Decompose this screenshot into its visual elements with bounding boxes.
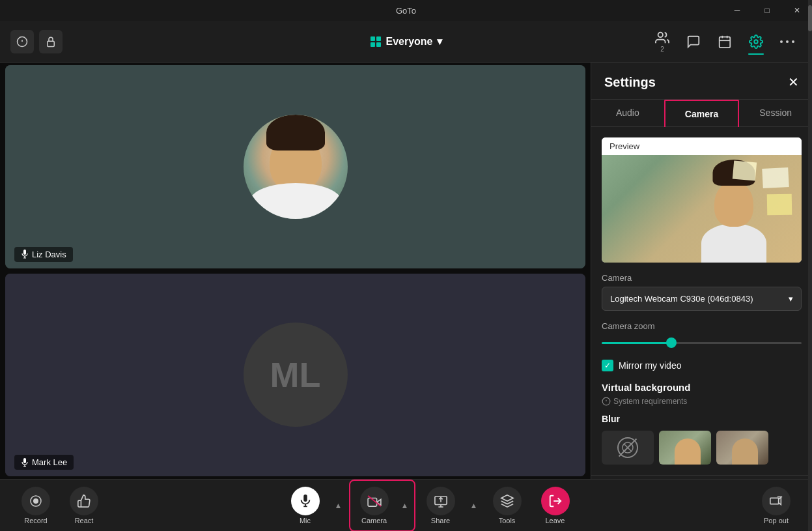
liz-video-background (5, 65, 585, 268)
mic-label: Mic (300, 517, 311, 524)
mic-button[interactable]: Mic (283, 482, 328, 529)
tab-audio[interactable]: Audio (591, 100, 664, 127)
record-label: Record (24, 517, 47, 524)
maximize-button[interactable]: □ (752, 0, 782, 21)
camera-select[interactable]: Logitech Webcam C930e (046d:0843) ▾ (602, 287, 802, 311)
participants-button[interactable]: 2 (648, 27, 677, 56)
svg-rect-5 (720, 36, 731, 47)
schedule-button[interactable] (710, 27, 739, 56)
info-icon (16, 36, 28, 48)
record-button[interactable]: Record (13, 482, 59, 529)
camera-off-icon (360, 487, 389, 515)
share-label: Share (431, 517, 450, 524)
camera-label: Camera (361, 517, 387, 524)
settings-body: Preview Camera (591, 127, 812, 475)
preview-label: Preview (602, 137, 802, 155)
slider-thumb[interactable] (666, 337, 677, 348)
svg-point-9 (754, 40, 758, 44)
react-button[interactable]: React (61, 482, 107, 529)
blur-label: Blur (602, 414, 802, 424)
svg-rect-3 (48, 41, 55, 46)
camera-zoom-slider[interactable] (602, 336, 802, 349)
mirror-video-checkbox[interactable]: ✓ (602, 360, 613, 371)
slider-fill (602, 342, 671, 344)
topbar-right: 2 (648, 27, 802, 56)
bottom-toolbar: Record React Mic (0, 479, 812, 531)
info-button[interactable] (10, 30, 34, 53)
share-section: Share (591, 475, 812, 479)
tools-icon (493, 487, 522, 515)
schedule-icon (718, 35, 732, 49)
share-screen-button[interactable]: Share (418, 482, 464, 529)
bg-thumb-none[interactable] (602, 431, 654, 465)
mic-icon (21, 250, 29, 259)
leave-icon (541, 487, 570, 515)
virtual-bg-title: Virtual background (602, 382, 802, 393)
bg-thumb-office2[interactable] (716, 431, 768, 465)
tools-button[interactable]: Tools (484, 482, 530, 529)
titlebar: GoTo ─ □ ✕ (0, 0, 812, 21)
settings-scrollbar[interactable] (808, 63, 812, 479)
svg-rect-26 (303, 494, 307, 501)
liz-name-badge: Liz Davis (14, 247, 73, 262)
svg-point-10 (780, 40, 783, 43)
group-label: Everyone ▾ (385, 35, 441, 48)
share-chevron-button[interactable]: ▲ (466, 491, 482, 520)
everyone-selector[interactable]: Everyone ▾ (370, 35, 441, 48)
main-content: Liz Davis ML Mark Lee Settings (0, 63, 812, 479)
svg-rect-13 (23, 250, 26, 255)
svg-point-11 (786, 40, 789, 43)
participants-icon (655, 31, 669, 45)
chevron-down-icon: ▾ (789, 294, 793, 304)
tab-session[interactable]: Session (739, 100, 812, 127)
settings-panel: Settings ✕ Audio Camera Session Preview (591, 63, 812, 479)
mark-initials: ML (244, 323, 348, 427)
popout-icon (762, 487, 791, 515)
svg-point-12 (792, 40, 794, 43)
toolbar-left: Record React (13, 482, 107, 529)
chat-icon (686, 35, 701, 49)
leave-label: Leave (546, 517, 565, 524)
app-title: GoTo (396, 6, 416, 16)
more-button[interactable] (773, 27, 802, 56)
popout-label: Pop out (764, 517, 789, 524)
settings-header: Settings ✕ (591, 63, 812, 100)
chat-button[interactable] (679, 27, 708, 56)
bg-thumb-office1[interactable] (659, 431, 711, 465)
lock-button[interactable] (39, 30, 63, 53)
popout-button[interactable]: Pop out (753, 482, 799, 529)
mic-chevron-button[interactable]: ▲ (331, 491, 346, 520)
settings-close-button[interactable]: ✕ (788, 74, 799, 90)
camera-label: Camera (602, 273, 802, 283)
leave-button[interactable]: Leave (533, 482, 578, 529)
mirror-video-row: ✓ Mirror my video (602, 360, 802, 371)
system-requirements[interactable]: System requirements (602, 397, 802, 406)
camera-zoom-label: Camera zoom (602, 321, 802, 331)
more-icon (780, 40, 794, 44)
camera-device-name: Logitech Webcam C930e (046d:0843) (610, 294, 753, 304)
mic-icon (21, 458, 29, 467)
chevron-down-icon: ▾ (437, 35, 442, 48)
mirror-video-label: Mirror my video (619, 360, 681, 371)
toolbar-right: Pop out (753, 482, 799, 529)
settings-button[interactable] (742, 27, 770, 56)
video-area: Liz Davis ML Mark Lee (0, 63, 591, 479)
svg-rect-35 (770, 498, 779, 504)
preview-box: Preview (602, 137, 802, 263)
minimize-button[interactable]: ─ (722, 0, 752, 21)
preview-image (602, 155, 802, 263)
bg-thumbs (602, 431, 802, 465)
react-icon (70, 487, 98, 515)
share-icon (427, 487, 455, 515)
topbar-left (10, 30, 63, 53)
no-bg-icon (617, 437, 638, 458)
info-small-icon (602, 397, 611, 406)
lock-icon (45, 36, 57, 48)
record-icon (21, 487, 50, 515)
tab-camera[interactable]: Camera (664, 100, 740, 127)
svg-line-23 (624, 444, 632, 452)
camera-chevron-button[interactable]: ▲ (397, 491, 413, 520)
svg-rect-16 (23, 458, 26, 463)
camera-button[interactable]: Camera (352, 482, 397, 529)
video-tile-mark: ML Mark Lee (5, 274, 585, 477)
